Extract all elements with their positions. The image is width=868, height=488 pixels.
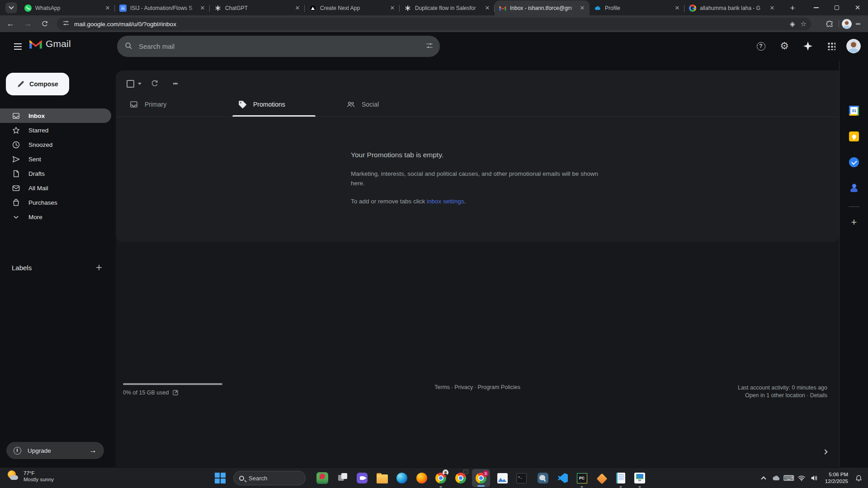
tab-close-icon[interactable]: ✕ [199,5,206,12]
get-addons-button[interactable]: + [847,216,861,229]
sidebar-item-snoozed[interactable]: Snoozed [0,137,111,152]
postgresql-icon[interactable] [537,472,549,484]
details-link[interactable]: Details [810,392,827,399]
tab-close-icon[interactable]: ✕ [579,5,586,12]
tab-close-icon[interactable]: ✕ [104,5,111,12]
tab-google-search[interactable]: allahumma barik laha - G ✕ [684,1,779,15]
volume-icon[interactable] [808,468,821,488]
video-app-icon[interactable] [356,472,368,484]
pycharm-icon[interactable] [576,472,588,484]
maximize-button[interactable] [826,0,847,15]
search-icon[interactable] [124,42,132,52]
external-link-icon[interactable] [172,389,179,396]
map-app-icon[interactable] [316,472,328,484]
select-all-checkbox[interactable] [127,80,134,88]
main-menu-icon[interactable] [11,40,24,53]
sidebar-item-inbox[interactable]: Inbox [0,108,111,123]
tab-isij-automation[interactable]: ISIJ - Automation/Flows S ✕ [115,1,210,15]
sidebar-item-all-mail[interactable]: All Mail [0,181,111,195]
start-button[interactable] [214,472,226,484]
extension-diamond-icon[interactable]: ◈ [790,20,795,28]
keep-icon[interactable] [847,130,861,143]
url-text[interactable]: mail.google.com/mail/u/0/?ogbl#inbox [74,21,784,28]
tab-salesforce-profile[interactable]: Profile ✕ [590,1,684,15]
git-app-icon[interactable] [596,472,608,484]
refresh-button[interactable] [147,76,162,91]
compose-button[interactable]: Compose [6,73,69,95]
new-tab-button[interactable]: + [787,2,798,14]
browser-profile-avatar[interactable] [842,19,852,29]
gmail-search-bar[interactable] [117,36,440,57]
inbox-settings-link[interactable]: inbox settings [427,198,464,205]
reload-button[interactable] [38,17,52,31]
google-apps-grid-icon[interactable] [823,38,840,55]
tab-duplicate-flow[interactable]: Duplicate flow in Salesfor ✕ [400,1,495,15]
file-explorer-icon[interactable] [376,472,388,484]
taskbar-clock[interactable]: 5:06 PM 12/2/2025 [825,471,848,485]
chrome-profile2-icon[interactable] [455,472,467,484]
photos-app-icon[interactable] [496,472,508,484]
notifications-bell-icon[interactable] [851,468,866,488]
calendar-icon[interactable] [847,104,861,117]
tab-social[interactable]: Social [336,92,445,117]
tab-chatgpt[interactable]: ChatGPT ✕ [210,1,305,15]
tab-close-icon[interactable]: ✕ [294,5,301,12]
select-dropdown-caret[interactable] [138,83,142,85]
sidebar-item-more[interactable]: More [0,210,111,224]
chrome-profile1-icon[interactable] [435,472,447,484]
tab-close-icon[interactable]: ✕ [769,5,776,12]
wifi-icon[interactable] [795,468,808,488]
forward-button[interactable]: → [21,17,34,31]
back-button[interactable]: ← [4,17,17,31]
terminal-icon[interactable] [515,472,527,484]
sidebar-item-drafts[interactable]: Drafts [0,166,111,181]
storage-used-text[interactable]: 0% of 15 GB used [123,389,169,396]
privacy-link[interactable]: Privacy [454,384,473,390]
extensions-puzzle-icon[interactable] [823,18,836,30]
site-settings-icon[interactable] [62,19,70,28]
vscode-icon[interactable] [557,472,569,484]
tab-gmail-inbox-active[interactable]: Inbox - ishann.tforce@gm ✕ [495,0,590,15]
task-view-icon[interactable] [337,472,349,484]
omnibox[interactable]: mail.google.com/mail/u/0/?ogbl#inbox ◈ ☆ [57,18,811,30]
contacts-icon[interactable] [847,181,861,195]
touch-keyboard-icon[interactable] [783,468,795,488]
sidebar-item-starred[interactable]: Starred [0,123,111,137]
chrome-active-app[interactable]: S [472,469,490,487]
gemini-sparkle-icon[interactable] [799,38,816,55]
sidebar-item-purchases[interactable]: Purchases [0,195,111,210]
taskpro-app-icon[interactable] [634,472,646,484]
browser-menu-icon[interactable] [852,18,864,30]
settings-gear-icon[interactable] [776,38,793,55]
tab-close-icon[interactable]: ✕ [484,5,491,12]
tab-search-button[interactable] [5,2,17,13]
weather-widget[interactable]: 77°FMostly sunny [6,469,54,483]
more-options-icon[interactable] [168,76,183,91]
tab-primary[interactable]: Primary [119,92,228,117]
account-avatar[interactable] [846,39,861,53]
bookmark-star-icon[interactable]: ☆ [801,20,807,28]
close-button[interactable]: ✕ [847,0,868,15]
upgrade-button[interactable]: Upgrade → [6,442,104,459]
minimize-button[interactable] [806,0,826,15]
onedrive-cloud-icon[interactable] [770,468,783,488]
firefox-icon[interactable] [416,472,428,484]
tasks-icon[interactable] [847,155,861,169]
tab-promotions[interactable]: Promotions [228,92,336,117]
gmail-logo[interactable]: Gmail [29,38,71,49]
create-label-button[interactable] [92,261,106,274]
search-options-icon[interactable] [425,42,434,52]
tab-whatsapp[interactable]: WhatsApp ✕ [20,1,115,15]
notepad-icon[interactable] [615,472,627,484]
help-icon[interactable] [752,38,769,55]
terms-link[interactable]: Terms [434,384,450,390]
search-input[interactable] [139,42,425,50]
tab-close-icon[interactable]: ✕ [674,5,681,12]
tab-create-next-app[interactable]: Create Next App ✕ [305,1,400,15]
taskbar-search[interactable]: Search [233,471,306,485]
hidden-icons-chevron[interactable] [757,468,770,488]
program-policies-link[interactable]: Program Policies [477,384,520,390]
side-panel-toggle[interactable] [821,447,830,456]
sidebar-item-sent[interactable]: Sent [0,152,111,166]
edge-icon[interactable] [396,472,408,484]
